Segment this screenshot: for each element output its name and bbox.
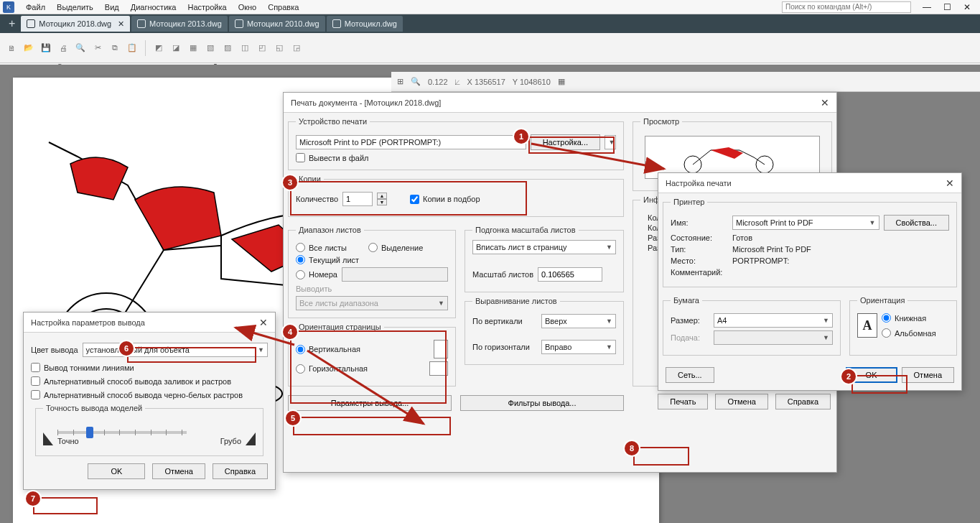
qty-spinner[interactable]: ▲▼ <box>377 193 387 205</box>
layers-icon[interactable]: ▦ <box>558 77 565 86</box>
tb-paste-icon[interactable]: 📋 <box>125 41 139 55</box>
print-button[interactable]: Печать <box>658 394 708 409</box>
maximize-button[interactable]: ☐ <box>937 0 957 14</box>
output-filters-button[interactable]: Фильтры вывода... <box>460 395 624 411</box>
command-search-input[interactable] <box>782 1 911 13</box>
coarse-label: Грубо <box>220 437 241 445</box>
pset-place-label: Место: <box>671 256 728 265</box>
device-group: Устройство печати Microsoft Print to PDF… <box>288 117 624 170</box>
close-icon[interactable]: ✕ <box>821 97 829 108</box>
measure-icon[interactable]: ⟀ <box>455 78 460 86</box>
annotation-badge-2: 2 <box>841 369 856 384</box>
tb-diag3-icon[interactable]: ▦ <box>186 41 200 55</box>
menu-settings[interactable]: Настройка <box>182 1 232 13</box>
thin-lines-checkbox[interactable]: Вывод тонкими линиями <box>31 363 268 372</box>
output-params-button[interactable]: Параметры вывода... <box>288 395 452 411</box>
menu-view[interactable]: Вид <box>99 1 125 13</box>
tb-diag8-icon[interactable]: ◱ <box>272 41 286 55</box>
tb-diag7-icon[interactable]: ◰ <box>255 41 269 55</box>
alt-fill-checkbox[interactable]: Альтернативный способ вывода заливок и р… <box>31 376 268 386</box>
valign-combo[interactable]: Вверх▼ <box>541 314 616 328</box>
output-help-button[interactable]: Справка <box>213 463 268 479</box>
output-label: Выводить <box>296 284 332 293</box>
print-help-button[interactable]: Справка <box>775 394 831 409</box>
halign-combo[interactable]: Вправо▼ <box>541 340 616 354</box>
tb-preview-icon[interactable]: 🔍 <box>73 41 88 55</box>
precision-slider[interactable] <box>57 431 187 434</box>
tab-doc-1[interactable]: Мотоцикл 2013.dwg <box>131 16 228 32</box>
tab-doc-3[interactable]: Мотоцикл.dwg <box>327 16 403 32</box>
tb-diag6-icon[interactable]: ◫ <box>238 41 252 55</box>
tab-doc-2[interactable]: Мотоцикл 2010.dwg <box>229 16 325 32</box>
output-to-file-checkbox[interactable]: Вывести в файл <box>296 153 616 162</box>
alt-bw-checkbox[interactable]: Альтернативный способ вывода черно-белых… <box>31 390 268 399</box>
new-tab-button[interactable]: + <box>3 17 21 30</box>
range-selection-radio[interactable]: Выделение <box>368 243 423 252</box>
pset-size-combo[interactable]: A4▼ <box>714 313 833 328</box>
tb-open-icon[interactable]: 📂 <box>22 41 36 55</box>
pset-paper-group: Бумага Размер: A4▼ Подача: ▼ <box>663 296 841 356</box>
range-all-radio[interactable]: Все листы <box>296 243 347 252</box>
output-dialog-title-bar[interactable]: Настройка параметров вывода ✕ <box>24 313 275 333</box>
zoom-icon[interactable]: 🔍 <box>411 77 421 86</box>
menu-file[interactable]: Файл <box>20 1 51 13</box>
tb-cut-icon[interactable]: ✂ <box>90 41 105 55</box>
pset-feed-combo: ▼ <box>714 330 833 345</box>
print-cancel-button[interactable]: Отмена <box>715 394 767 409</box>
close-icon[interactable]: ✕ <box>259 317 268 328</box>
range-numbers-radio[interactable]: Номера <box>296 270 337 279</box>
tb-save-icon[interactable]: 💾 <box>39 41 53 55</box>
pset-network-button[interactable]: Сеть... <box>666 367 714 383</box>
close-button[interactable]: ✕ <box>957 0 977 14</box>
close-icon[interactable]: ✕ <box>946 177 954 189</box>
pset-name-label: Имя: <box>671 218 728 227</box>
x-value: 1356517 <box>475 78 505 86</box>
menu-diag[interactable]: Диагностика <box>125 1 182 13</box>
tb-diag9-icon[interactable]: ◲ <box>289 41 304 55</box>
minimize-button[interactable]: — <box>917 0 937 14</box>
output-color-combo[interactable]: установленный для объекта▼ <box>83 343 268 357</box>
output-color-label: Цвет вывода <box>31 346 78 354</box>
fit-combo[interactable]: Вписать лист в страницу▼ <box>472 240 616 254</box>
tb-diag1-icon[interactable]: ◩ <box>151 41 166 55</box>
pset-size-label: Размер: <box>671 316 709 325</box>
tb-copy-icon[interactable]: ⧉ <box>108 41 122 55</box>
pset-title-bar[interactable]: Настройка печати ✕ <box>658 173 961 193</box>
tb-diag5-icon[interactable]: ▨ <box>220 41 235 55</box>
output-dialog-title: Настройка параметров вывода <box>31 318 145 327</box>
print-setup-dialog: Настройка печати ✕ Принтер Имя: Microsof… <box>658 172 962 391</box>
output-ok-button[interactable]: OK <box>88 463 145 479</box>
portrait-radio[interactable]: Вертикальная <box>296 345 360 354</box>
x-label: X <box>467 78 472 86</box>
menu-help[interactable]: Справка <box>262 1 304 13</box>
collate-checkbox[interactable]: Копии в подбор <box>410 195 480 204</box>
scale-input[interactable] <box>538 267 602 282</box>
halign-label: По горизонтали <box>472 343 537 351</box>
tab-doc-0[interactable]: Мотоцикл 2018.dwg✕ <box>21 16 130 32</box>
menu-window[interactable]: Окно <box>233 1 263 13</box>
configure-button[interactable]: Настройка... <box>531 134 600 150</box>
pset-printer-combo[interactable]: Microsoft Print to PDF▼ <box>732 216 879 230</box>
tab-close-icon[interactable]: ✕ <box>118 19 124 29</box>
pset-state-value: Готов <box>732 233 752 242</box>
pset-cancel-button[interactable]: Отмена <box>902 367 954 383</box>
tb-diag2-icon[interactable]: ◪ <box>169 41 183 55</box>
menu-select[interactable]: Выделить <box>51 1 99 13</box>
tb-print-icon[interactable]: 🖨 <box>56 41 70 55</box>
printer-combo[interactable]: Microsoft Print to PDF (PORTPROMPT:)▼ <box>296 135 526 149</box>
output-cancel-button[interactable]: Отмена <box>152 463 205 479</box>
tb-new-icon[interactable]: 🗎 <box>4 41 19 55</box>
pset-portrait-radio[interactable]: Книжная <box>882 313 936 323</box>
tb-diag4-icon[interactable]: ▧ <box>203 41 218 55</box>
range-current-radio[interactable]: Текущий лист <box>296 255 448 264</box>
tab-label: Мотоцикл 2013.dwg <box>149 19 222 28</box>
configure-dropdown[interactable]: ▼ <box>605 135 616 149</box>
qty-input[interactable] <box>342 192 373 206</box>
landscape-radio[interactable]: Горизонтальная <box>296 364 368 374</box>
pset-landscape-radio[interactable]: Альбомная <box>882 328 936 338</box>
pset-properties-button[interactable]: Свойства... <box>884 215 949 231</box>
print-dialog-title-bar[interactable]: Печать документа - [Мотоцикл 2018.dwg] ✕ <box>284 93 836 113</box>
grid-icon[interactable]: ⊞ <box>397 77 403 86</box>
pset-title: Настройка печати <box>666 179 732 188</box>
qty-label: Количество <box>296 195 338 203</box>
